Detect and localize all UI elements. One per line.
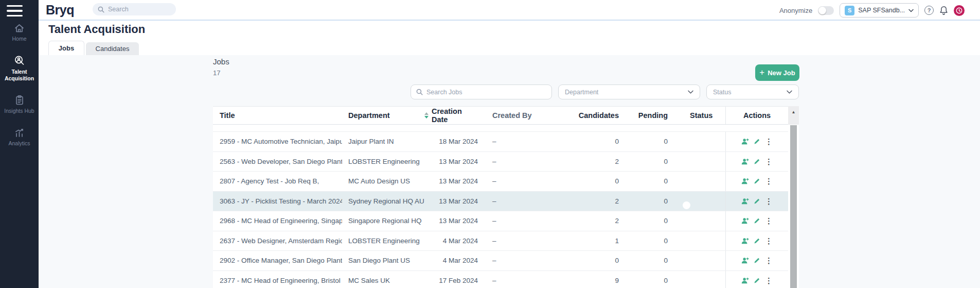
scrollbar-thumb[interactable]: [790, 125, 797, 288]
creation-date-cell: 13 Mar 2024: [424, 217, 482, 225]
add-candidate-button[interactable]: [741, 257, 749, 264]
menu-icon[interactable]: [7, 5, 23, 16]
column-header-creation-date[interactable]: Creation Date: [424, 107, 482, 124]
department-cell: MC Auto Design US: [342, 177, 424, 185]
candidates-cell: 2: [546, 158, 624, 165]
table-row[interactable]: 2902 - Office Manager, San Diego Plant U…: [213, 251, 788, 271]
table-row[interactable]: 2563 - Web Developer, San Diego Plant US…: [213, 152, 788, 172]
creation-date-cell: 17 Feb 2024: [424, 277, 482, 284]
scrollbar-up-arrow[interactable]: ▲: [788, 106, 799, 125]
partially-scrolled-row: [213, 125, 788, 132]
column-header-created-by[interactable]: Created By: [482, 111, 546, 120]
table-row[interactable]: 2959 - MC Automotive Technician, Jaipur …: [213, 132, 788, 152]
add-candidate-button[interactable]: [741, 217, 749, 224]
global-search[interactable]: [93, 3, 176, 15]
add-candidate-button[interactable]: [741, 158, 749, 165]
sort-icon[interactable]: [424, 112, 429, 118]
column-header-candidates[interactable]: Candidates: [546, 111, 624, 120]
candidates-cell: 0: [546, 177, 624, 185]
column-header-department[interactable]: Department: [342, 111, 424, 120]
more-options-icon[interactable]: ⋮: [765, 217, 773, 225]
new-job-button[interactable]: + New Job: [755, 64, 799, 81]
more-options-icon[interactable]: ⋮: [765, 177, 773, 185]
analytics-icon: [14, 128, 25, 138]
more-options-icon[interactable]: ⋮: [765, 197, 773, 205]
edit-job-button[interactable]: [754, 198, 760, 205]
column-header-status[interactable]: Status: [677, 111, 725, 120]
status-filter-select[interactable]: Status: [706, 84, 799, 99]
department-cell: Jaipur Plant IN: [342, 138, 424, 145]
edit-job-button[interactable]: [754, 217, 760, 224]
jobs-search-input[interactable]: [426, 89, 540, 96]
column-header-actions: Actions: [725, 107, 788, 124]
search-icon: [98, 6, 104, 13]
tab-jobs[interactable]: Jobs: [48, 41, 84, 55]
job-title-cell: 2637 - Web Designer, Amsterdam Region...: [213, 237, 342, 245]
more-options-icon[interactable]: ⋮: [765, 257, 773, 264]
column-header-pending[interactable]: Pending: [624, 111, 677, 120]
anonymize-toggle[interactable]: [818, 6, 834, 15]
add-candidate-button[interactable]: [741, 238, 749, 244]
edit-job-button[interactable]: [754, 138, 760, 145]
edit-job-button[interactable]: [754, 158, 760, 165]
new-job-label: New Job: [768, 69, 795, 77]
pending-cell: 0: [624, 237, 677, 245]
creation-date-cell: 13 Mar 2024: [424, 197, 482, 205]
tab-candidates[interactable]: Candidates: [86, 42, 139, 55]
table-row[interactable]: 2377 - MC Head of Engineering, Bristol P…: [213, 271, 788, 288]
more-options-icon[interactable]: ⋮: [765, 158, 773, 165]
chevron-down-icon: [688, 90, 693, 94]
add-candidate-button[interactable]: [741, 178, 749, 184]
creation-date-cell: 4 Mar 2024: [424, 257, 482, 264]
department-filter-select[interactable]: Department: [558, 84, 700, 99]
sidebar-item-label: Insights Hub: [3, 108, 37, 114]
table-row[interactable]: 2637 - Web Designer, Amsterdam Region...…: [213, 231, 788, 251]
sidebar-item-insights-hub[interactable]: Insights Hub: [0, 95, 39, 114]
column-header-title[interactable]: Title: [213, 111, 342, 120]
job-title-cell: 2959 - MC Automotive Technician, Jaipur …: [213, 138, 342, 145]
notifications-bell-icon[interactable]: [939, 6, 948, 15]
more-options-icon[interactable]: ⋮: [765, 277, 773, 284]
edit-job-button[interactable]: [754, 238, 760, 244]
search-icon: [416, 89, 423, 95]
jobs-count: 17: [213, 69, 220, 77]
org-selector[interactable]: S SAP SFSandb...: [840, 3, 919, 18]
candidates-cell: 1: [546, 237, 624, 245]
edit-job-button[interactable]: [754, 178, 760, 184]
sidebar-item-talent-acquisition[interactable]: Talent Acquisition: [0, 55, 39, 81]
topbar: Bryq Anonymize S SAP SFSandb... ?: [39, 0, 980, 21]
department-filter-placeholder: Department: [565, 89, 598, 96]
table-row-selected[interactable]: 3063 - JY - Picklist Testing - March 202…: [213, 192, 788, 212]
page-header: Talent Acquisition Jobs Candidates: [39, 22, 980, 55]
table-row[interactable]: 2807 - Agency Test - Job Req B, MC Auto …: [213, 172, 788, 192]
user-avatar[interactable]: [954, 5, 965, 16]
add-candidate-button[interactable]: [741, 138, 749, 145]
jobs-search-field[interactable]: [411, 84, 552, 99]
anonymize-label: Anonymize: [779, 7, 812, 14]
sidebar-item-label: Home: [3, 36, 37, 42]
org-selector-label: SAP SFSandb...: [858, 7, 905, 14]
jobs-panel: Jobs 17 + New Job Department Status Titl…: [39, 55, 980, 288]
add-candidate-button[interactable]: [741, 198, 749, 205]
department-cell: LOBSTER Engineering: [342, 158, 424, 165]
bryq-logo: Bryq: [46, 3, 74, 18]
created-by-cell: –: [482, 177, 546, 185]
sidebar-item-analytics[interactable]: Analytics: [0, 128, 39, 146]
add-candidate-button[interactable]: [741, 277, 749, 284]
department-cell: San Diego Plant US: [342, 257, 424, 264]
more-options-icon[interactable]: ⋮: [765, 237, 773, 245]
created-by-cell: –: [482, 138, 546, 145]
pending-cell: 0: [624, 177, 677, 185]
department-cell: Sydney Regional HQ AU: [342, 197, 424, 205]
created-by-cell: –: [482, 237, 546, 245]
edit-job-button[interactable]: [754, 257, 760, 264]
table-scrollbar[interactable]: ▲: [788, 106, 799, 288]
help-icon[interactable]: ?: [924, 6, 934, 15]
sidebar-item-home[interactable]: Home: [0, 23, 39, 42]
edit-job-button[interactable]: [754, 277, 760, 284]
more-options-icon[interactable]: ⋮: [765, 138, 773, 145]
jobs-table-header: Title Department Creation Date Created B…: [213, 106, 788, 125]
table-row[interactable]: 2968 - MC Head of Engineering, Singapor.…: [213, 211, 788, 231]
department-cell: Singapore Regional HQ: [342, 217, 424, 225]
global-search-input[interactable]: [108, 6, 165, 13]
